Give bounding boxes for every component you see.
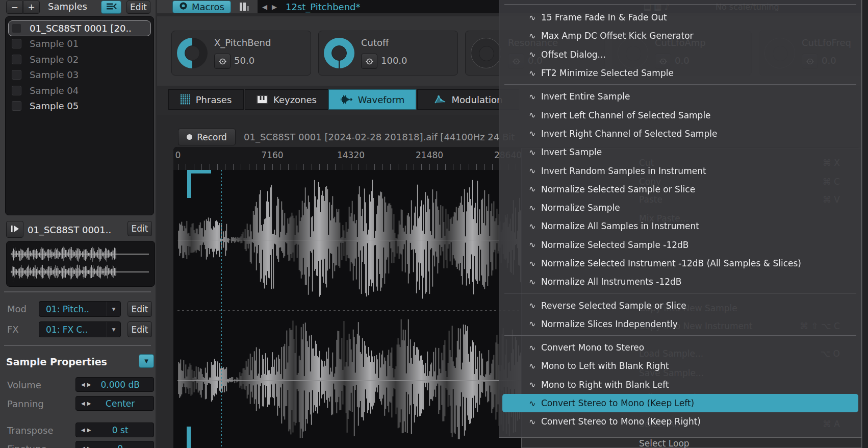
property-spinner-panning[interactable]: ◀▶Center xyxy=(75,396,154,411)
record-button[interactable]: Record xyxy=(178,129,236,145)
window-edge-strip xyxy=(862,0,868,448)
play-sample-button[interactable] xyxy=(6,221,23,238)
menu-item[interactable]: ∿Normalize Selected Instrument -12dB (Al… xyxy=(499,254,861,272)
sine-wave-icon: ∿ xyxy=(529,361,541,371)
menu-item-label: 15 Frame Fade In & Fade Out xyxy=(541,12,667,22)
menu-item[interactable]: ∿FT2 Minimize Selected Sample xyxy=(499,64,861,82)
property-spinner-volume[interactable]: ◀▶0.000 dB xyxy=(75,377,154,392)
sample-checkbox[interactable] xyxy=(12,39,21,48)
menu-item[interactable]: ∿Normalize All Samples in Instrument xyxy=(499,217,861,235)
prev-instrument-icon[interactable]: ◀ xyxy=(262,3,267,11)
macro-value: 100.0 xyxy=(381,55,407,66)
menu-separator xyxy=(504,4,856,5)
sine-wave-icon: ∿ xyxy=(529,319,541,329)
macros-button-label: Macros xyxy=(192,2,224,12)
next-instrument-icon[interactable]: ▶ xyxy=(272,3,277,11)
pattern-bars-icon[interactable] xyxy=(239,2,252,14)
menu-item-label: Invert Left Channel of Selected Sample xyxy=(541,110,711,120)
menu-item[interactable]: ∿Max Amp DC Offset Kick Generator xyxy=(499,27,861,45)
menu-item[interactable]: ∿Mono to Left with Blank Right xyxy=(499,357,861,375)
add-sample-button[interactable]: + xyxy=(23,1,40,14)
sample-list-item[interactable]: Sample 04 xyxy=(8,83,151,98)
macro-mapping-button[interactable] xyxy=(361,54,377,69)
sine-wave-icon: ∿ xyxy=(529,301,541,310)
sample-checkbox[interactable] xyxy=(12,101,21,111)
fx-edit-button[interactable]: Edit xyxy=(127,321,152,337)
menu-item[interactable]: ∿Normalize All Instruments -12dB xyxy=(499,272,861,291)
macro-knob[interactable] xyxy=(177,38,208,68)
menu-item[interactable]: ∿Invert Left Channel of Selected Sample xyxy=(499,106,861,124)
sample-list-item[interactable]: Sample 05 xyxy=(8,98,151,114)
menu-separator xyxy=(499,82,861,87)
background-menu-item[interactable]: Select Loop xyxy=(639,438,690,448)
menu-item[interactable]: ∿Invert Sample xyxy=(499,143,861,161)
menu-item[interactable]: ∿15 Frame Fade In & Fade Out xyxy=(499,8,861,27)
tab-keyzones[interactable]: Keyzones xyxy=(245,89,328,110)
sine-wave-icon: ∿ xyxy=(529,49,541,59)
menu-item[interactable]: ∿Invert Entire Sample xyxy=(499,87,861,106)
macro-mapping-button[interactable] xyxy=(214,54,231,69)
spinner-arrows-icon[interactable]: ◀▶ xyxy=(76,445,93,448)
menu-item[interactable]: ∿Normalize Selected Sample or Slice xyxy=(499,180,861,198)
menu-item[interactable]: ∿Offset Dialog... xyxy=(499,45,861,64)
macros-button[interactable]: Macros xyxy=(172,1,231,13)
sample-properties-collapse-button[interactable]: ▼ xyxy=(139,354,154,368)
macro-knob[interactable] xyxy=(471,38,501,68)
macro-knob[interactable] xyxy=(324,38,354,68)
samples-edit-button[interactable]: Edit xyxy=(126,1,150,14)
tab-waveform[interactable]: Waveform xyxy=(328,89,416,110)
property-value: Center xyxy=(93,399,154,409)
phrases-icon xyxy=(181,94,190,105)
mod-edit-button[interactable]: Edit xyxy=(127,301,152,317)
tab-label: Keyzones xyxy=(273,94,317,105)
sine-wave-icon: ∿ xyxy=(529,147,541,157)
sample-checkbox[interactable] xyxy=(12,23,21,33)
menu-item[interactable]: ∿Invert Right Channel of Selected Sample xyxy=(499,125,861,143)
sample-list-sort-button[interactable] xyxy=(101,1,121,14)
sample-checkbox[interactable] xyxy=(12,70,21,80)
sample-checkbox[interactable] xyxy=(12,55,21,64)
sample-list-item[interactable]: Sample 02 xyxy=(8,52,151,67)
spinner-arrows-icon[interactable]: ◀▶ xyxy=(76,382,93,387)
menu-item-label: Normalize All Samples in Instrument xyxy=(541,221,699,231)
sample-list-item[interactable]: Sample 03 xyxy=(8,67,151,83)
sample-list-item[interactable]: 01_SC88ST 0001 [20.. xyxy=(8,20,151,36)
mod-chain-dropdown[interactable]: 01: Pitch.. ▼ xyxy=(39,301,121,317)
sine-wave-icon: ∿ xyxy=(529,277,541,287)
menu-item[interactable]: ∿Reverse Selected Sample or Slice xyxy=(499,296,861,314)
remove-sample-button[interactable]: − xyxy=(6,1,23,14)
fx-chain-dropdown[interactable]: 01: FX C.. ▼ xyxy=(39,321,121,337)
property-spinner-finetune[interactable]: ◀▶0 xyxy=(75,441,154,448)
menu-item[interactable]: ∿Mono to Right with Blank Left xyxy=(499,376,861,394)
waveform-icon xyxy=(340,95,352,104)
sine-wave-icon: ∿ xyxy=(529,92,541,102)
sine-wave-icon: ∿ xyxy=(529,31,541,41)
menu-item[interactable]: ∿Normalize Selected Sample -12dB xyxy=(499,236,861,254)
mod-chain-value: 01: Pitch.. xyxy=(39,304,107,314)
menu-item[interactable]: ∿Convert Stereo to Mono (Keep Left) xyxy=(502,394,858,412)
current-sample-edit-button[interactable]: Edit xyxy=(127,221,152,236)
menu-items: ∿15 Frame Fade In & Fade Out∿Max Amp DC … xyxy=(499,8,861,431)
sample-list-item-label: Sample 03 xyxy=(30,69,79,80)
spinner-arrows-icon[interactable]: ◀▶ xyxy=(76,401,93,406)
menu-item[interactable]: ∿Convert Stereo to Mono (Keep Right) xyxy=(499,412,861,431)
sample-list-item[interactable]: Sample 01 xyxy=(8,36,151,52)
menu-item[interactable]: ∿Convert Mono to Stereo xyxy=(499,338,861,357)
spinner-arrows-icon[interactable]: ◀▶ xyxy=(76,427,93,433)
menu-item[interactable]: ∿Invert Random Samples in Instrument xyxy=(499,161,861,180)
menu-item-label: Max Amp DC Offset Kick Generator xyxy=(541,31,694,41)
sample-preview[interactable] xyxy=(6,241,155,287)
sine-wave-icon: ∿ xyxy=(529,110,541,120)
tab-phrases[interactable]: Phrases xyxy=(168,89,244,110)
property-spinner-transpose[interactable]: ◀▶0 st xyxy=(75,422,154,437)
menu-item[interactable]: ∿Normalize Slices Independently xyxy=(499,315,861,333)
sample-checkbox[interactable] xyxy=(12,86,21,95)
menu-item[interactable]: ∿Normalize Sample xyxy=(499,198,861,217)
record-label: Record xyxy=(197,132,227,142)
macro-card-cutoff: Cutoff100.0 xyxy=(318,31,458,76)
instrument-tab-name[interactable]: 12st_Pitchbend* xyxy=(286,2,361,12)
menu-item-label: Offset Dialog... xyxy=(541,49,606,60)
property-value: 0.000 dB xyxy=(93,380,154,390)
menu-item-label: Normalize Selected Instrument -12dB (All… xyxy=(541,258,801,268)
samples-panel-title: Samples xyxy=(48,1,87,12)
